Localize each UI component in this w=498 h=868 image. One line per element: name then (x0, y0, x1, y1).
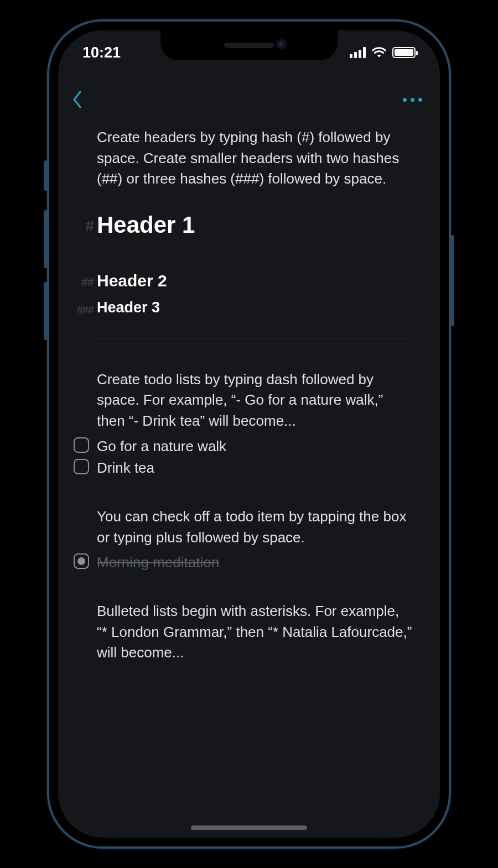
paragraph-bullets-intro[interactable]: Bulleted lists begin with asterisks. For… (97, 601, 412, 663)
heading-1[interactable]: # Header 1 (97, 208, 412, 242)
todo-text[interactable]: Drink tea (97, 459, 154, 476)
paragraph-todo-intro[interactable]: Create todo lists by typing dash followe… (97, 369, 412, 432)
heading-2-text[interactable]: Header 2 (97, 271, 167, 290)
markdown-hash-2: ## (81, 274, 94, 291)
todo-done-text[interactable]: Morning meditation (97, 554, 219, 571)
todo-item[interactable]: Drink tea (97, 458, 412, 479)
markdown-hash-1: # (85, 215, 94, 238)
status-time: 10:21 (82, 44, 121, 61)
screen: 10:21 (58, 30, 440, 838)
dots-icon (403, 98, 407, 102)
markdown-hash-3: ### (77, 302, 94, 318)
chevron-left-icon (72, 90, 83, 109)
heading-1-text[interactable]: Header 1 (97, 212, 195, 238)
side-button-silence (44, 160, 48, 191)
heading-2[interactable]: ## Header 2 (97, 269, 412, 293)
more-options-button[interactable] (400, 95, 426, 105)
note-editor[interactable]: Create headers by typing hash (#) follow… (58, 127, 440, 838)
back-button[interactable] (69, 91, 86, 108)
notch (160, 30, 338, 60)
wifi-icon (371, 46, 387, 59)
speaker-grille (224, 43, 274, 48)
battery-icon (392, 47, 416, 58)
heading-3-text[interactable]: Header 3 (97, 299, 160, 316)
todo-item-done[interactable]: Morning meditation (97, 552, 412, 573)
checkbox-checked[interactable] (74, 553, 89, 569)
paragraph-check-intro[interactable]: You can check off a todo item by tapping… (97, 506, 412, 548)
nav-bar (58, 83, 440, 116)
paragraph-headers-intro[interactable]: Create headers by typing hash (#) follow… (97, 127, 412, 190)
phone-frame: 10:21 (47, 19, 451, 849)
todo-item[interactable]: Go for a nature walk (97, 436, 412, 457)
home-indicator[interactable] (191, 825, 307, 830)
side-button-power (450, 235, 454, 326)
front-camera (276, 38, 288, 50)
checkbox-unchecked[interactable] (74, 437, 89, 453)
side-button-volume-up (44, 210, 48, 268)
heading-3[interactable]: ### Header 3 (97, 297, 412, 318)
horizontal-rule (97, 338, 412, 338)
cellular-icon (350, 47, 366, 58)
todo-text[interactable]: Go for a nature walk (97, 438, 226, 454)
checkbox-unchecked[interactable] (74, 459, 89, 474)
side-button-volume-down (44, 282, 48, 340)
